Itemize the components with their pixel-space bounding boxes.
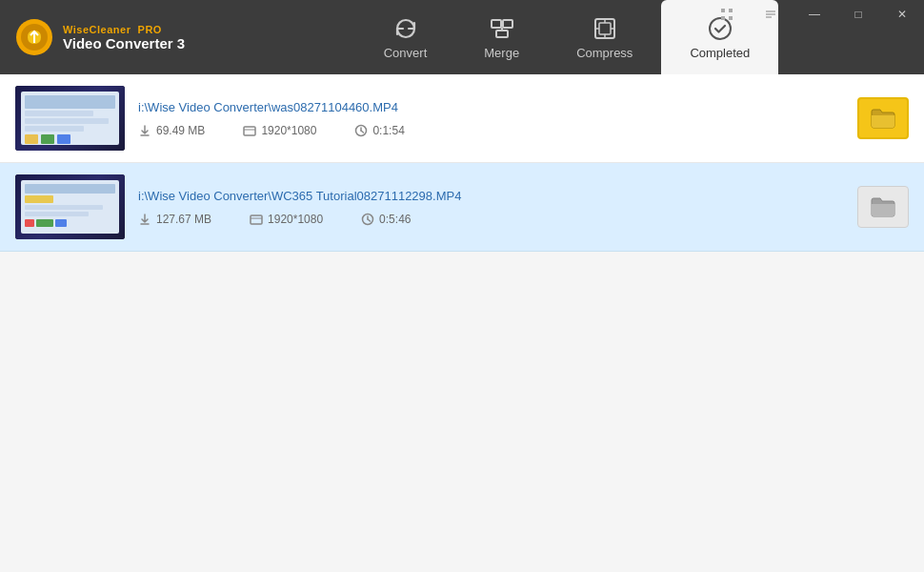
- file-info-2: i:\Wise Video Converter\WC365 Tutorial08…: [138, 189, 844, 226]
- window-controls: — □ ✕: [705, 0, 924, 29]
- svg-rect-21: [244, 127, 255, 135]
- minimize-button[interactable]: —: [793, 0, 836, 29]
- resolution-value-1: 1920*1080: [261, 124, 316, 137]
- tab-compress-label: Compress: [576, 46, 633, 60]
- file-size-icon-1: [138, 124, 151, 137]
- svg-line-31: [368, 219, 371, 221]
- file-path-2: i:\Wise Video Converter\WC365 Tutorial08…: [138, 189, 844, 203]
- svg-rect-13: [721, 9, 725, 12]
- close-button[interactable]: ✕: [880, 0, 924, 29]
- file-meta-2: 127.67 MB 1920*1080 0:5:46: [138, 213, 844, 226]
- file-info-1: i:\Wise Video Converter\was08271104460.M…: [138, 100, 844, 137]
- duration-icon-1: [354, 124, 368, 137]
- file-size-value-1: 69.49 MB: [156, 124, 205, 137]
- resolution-icon-1: [243, 124, 256, 137]
- duration-value-1: 0:1:54: [372, 124, 404, 137]
- tab-convert[interactable]: Convert: [355, 0, 456, 74]
- file-duration-1: 0:1:54: [354, 124, 404, 137]
- open-folder-button-2[interactable]: [857, 186, 909, 228]
- merge-icon: [489, 15, 515, 42]
- svg-rect-16: [729, 16, 733, 20]
- tab-completed-label: Completed: [690, 46, 750, 60]
- brand-name: WiseCleaner: [63, 24, 131, 35]
- app-logo: WiseCleaner PRO Video Converter 3: [0, 18, 210, 56]
- app-logo-icon: [15, 18, 53, 56]
- convert-icon: [392, 15, 419, 42]
- file-duration-2: 0:5:46: [361, 213, 411, 226]
- settings-control[interactable]: [705, 0, 749, 29]
- duration-icon-2: [361, 213, 374, 226]
- svg-rect-14: [729, 9, 733, 12]
- svg-rect-7: [599, 23, 611, 34]
- file-thumbnail-1: [15, 86, 125, 151]
- resolution-value-2: 1920*1080: [268, 213, 323, 226]
- file-meta-1: 69.49 MB 1920*1080 0:1:54: [138, 124, 844, 137]
- svg-rect-27: [251, 215, 262, 224]
- tab-merge-label: Merge: [484, 46, 519, 60]
- svg-rect-15: [721, 16, 725, 20]
- file-item-2: i:\Wise Video Converter\WC365 Tutorial08…: [0, 163, 924, 252]
- file-size-value-2: 127.67 MB: [156, 213, 211, 226]
- title-bar: WiseCleaner PRO Video Converter 3 Conver…: [0, 0, 924, 74]
- file-resolution-1: 1920*1080: [243, 124, 316, 137]
- caption-control[interactable]: [749, 0, 793, 29]
- pro-label: PRO: [138, 24, 162, 35]
- compress-icon: [592, 15, 618, 42]
- file-thumbnail-2: [15, 174, 125, 239]
- content-area: i:\Wise Video Converter\was08271104460.M…: [0, 74, 924, 572]
- file-item-1: i:\Wise Video Converter\was08271104460.M…: [0, 74, 924, 163]
- tab-compress[interactable]: Compress: [548, 0, 661, 74]
- tab-convert-label: Convert: [384, 46, 428, 60]
- app-name: WiseCleaner PRO Video Converter 3: [63, 24, 185, 51]
- file-size-2: 127.67 MB: [138, 213, 211, 226]
- svg-rect-3: [503, 20, 512, 28]
- file-resolution-2: 1920*1080: [250, 213, 323, 226]
- file-size-1: 69.49 MB: [138, 124, 205, 137]
- svg-line-25: [361, 131, 364, 133]
- open-folder-button-1[interactable]: [857, 97, 909, 139]
- folder-icon-2: [871, 196, 895, 217]
- tab-merge[interactable]: Merge: [455, 0, 548, 74]
- svg-rect-4: [496, 31, 508, 37]
- duration-value-2: 0:5:46: [379, 213, 411, 226]
- app-title: Video Converter 3: [63, 35, 185, 51]
- svg-rect-2: [492, 20, 501, 28]
- folder-icon-1: [871, 108, 895, 129]
- resolution-icon-2: [250, 213, 263, 226]
- maximize-button[interactable]: □: [836, 0, 880, 29]
- file-size-icon-2: [138, 213, 151, 226]
- file-path-1: i:\Wise Video Converter\was08271104460.M…: [138, 100, 844, 114]
